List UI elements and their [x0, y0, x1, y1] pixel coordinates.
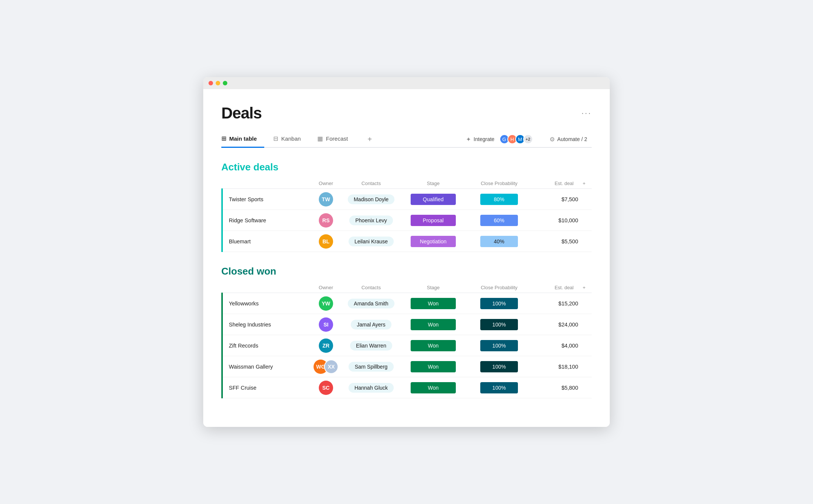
owner-cell: WG XX [311, 356, 341, 377]
contact-cell[interactable]: Jamal Ayers [341, 314, 401, 335]
contact-cell[interactable]: Leilani Krause [341, 231, 401, 252]
contact-tag[interactable]: Sam Spillberg [349, 362, 393, 372]
stage-badge[interactable]: Won [411, 298, 456, 309]
tab-main-table-label: Main table [229, 135, 257, 142]
add-tab-button[interactable]: + [364, 135, 375, 144]
contact-cell[interactable]: Hannah Gluck [341, 377, 401, 398]
cw-col-stage-header: Stage [401, 282, 465, 293]
stage-badge[interactable]: Proposal [411, 215, 456, 226]
stage-cell[interactable]: Won [401, 335, 465, 356]
tab-main-table[interactable]: ⊞ Main table [221, 131, 264, 148]
row-add-col [578, 335, 592, 356]
stage-cell[interactable]: Negotiation [401, 231, 465, 252]
cw-col-probability-header: Close Probability [465, 282, 533, 293]
stage-badge[interactable]: Won [411, 382, 456, 393]
contact-tag[interactable]: Phoenix Levy [349, 216, 393, 225]
est-deal-cell: $10,000 [533, 210, 578, 231]
row-add-col [578, 377, 592, 398]
table-row: Twister Sports TW Madison Doyle Qualifie… [222, 189, 592, 210]
deal-name[interactable]: Waissman Gallery [224, 356, 311, 377]
probability-cell: 100% [465, 356, 533, 377]
tab-forecast[interactable]: ▦ Forecast [317, 131, 355, 148]
contact-cell[interactable]: Phoenix Levy [341, 210, 401, 231]
cw-col-name-header [224, 282, 311, 293]
stage-cell[interactable]: Won [401, 314, 465, 335]
stage-cell[interactable]: Won [401, 377, 465, 398]
contact-tag[interactable]: Leilani Krause [349, 237, 394, 246]
cw-col-contacts-header: Contacts [341, 282, 401, 293]
contact-tag[interactable]: Elian Warren [350, 341, 392, 351]
est-deal-cell: $5,500 [533, 231, 578, 252]
kanban-icon: ⊟ [273, 135, 278, 142]
tab-kanban[interactable]: ⊟ Kanban [273, 131, 308, 148]
cw-add-col-header[interactable]: + [578, 282, 592, 293]
est-deal-cell: $24,000 [533, 314, 578, 335]
probability-badge: 100% [480, 382, 518, 393]
contact-cell[interactable]: Sam Spillberg [341, 356, 401, 377]
probability-badge: 60% [480, 215, 518, 226]
stage-badge[interactable]: Negotiation [411, 236, 456, 247]
titlebar [203, 77, 610, 89]
active-deals-table: Owner Contacts Stage Close Probability E… [221, 178, 592, 252]
automate-button[interactable]: ⚙ Automate / 2 [545, 134, 592, 145]
cw-col-owner-header: Owner [311, 282, 341, 293]
contact-cell[interactable]: Madison Doyle [341, 189, 401, 210]
owner-cell: YW [311, 293, 341, 314]
page-title: Deals [221, 104, 262, 122]
probability-cell: 100% [465, 335, 533, 356]
contact-tag[interactable]: Hannah Gluck [349, 383, 394, 393]
deal-name[interactable]: Twister Sports [224, 189, 311, 210]
probability-badge: 40% [480, 236, 518, 247]
probability-cell: 40% [465, 231, 533, 252]
stage-badge[interactable]: Won [411, 340, 456, 351]
contact-cell[interactable]: Elian Warren [341, 335, 401, 356]
contact-cell[interactable]: Amanda Smith [341, 293, 401, 314]
stage-cell[interactable]: Won [401, 356, 465, 377]
more-options-button[interactable]: ··· [582, 108, 592, 118]
contact-tag[interactable]: Jamal Ayers [351, 320, 391, 329]
closed-won-title: Closed won [221, 266, 592, 277]
maximize-dot[interactable] [223, 81, 227, 85]
probability-badge: 80% [480, 194, 518, 205]
probability-badge: 100% [480, 340, 518, 351]
col-stage-header: Stage [401, 178, 465, 189]
stage-cell[interactable]: Won [401, 293, 465, 314]
active-deals-title: Active deals [221, 161, 592, 173]
probability-cell: 100% [465, 293, 533, 314]
deal-name[interactable]: SFF Cruise [224, 377, 311, 398]
probability-badge: 100% [480, 361, 518, 372]
table-row: Zift Records ZR Elian Warren Won 100% $4… [222, 335, 592, 356]
est-deal-cell: $15,200 [533, 293, 578, 314]
col-estdeal-header: Est. deal [533, 178, 578, 189]
add-col-header[interactable]: + [578, 178, 592, 189]
contact-tag[interactable]: Madison Doyle [348, 194, 395, 204]
integrate-icon: ✦ [466, 136, 471, 143]
probability-cell: 80% [465, 189, 533, 210]
probability-cell: 100% [465, 377, 533, 398]
deal-name[interactable]: Sheleg Industries [224, 314, 311, 335]
contact-tag[interactable]: Amanda Smith [348, 299, 394, 308]
row-add-col [578, 189, 592, 210]
deal-name[interactable]: Ridge Software [224, 210, 311, 231]
deal-name[interactable]: Zift Records [224, 335, 311, 356]
stage-badge[interactable]: Qualified [411, 194, 456, 205]
forecast-icon: ▦ [317, 135, 323, 142]
table-row: Ridge Software RS Phoenix Levy Proposal … [222, 210, 592, 231]
tab-kanban-label: Kanban [281, 135, 301, 142]
deal-name[interactable]: Yellowworks [224, 293, 311, 314]
est-deal-cell: $5,800 [533, 377, 578, 398]
deal-name[interactable]: Bluemart [224, 231, 311, 252]
table-icon: ⊞ [221, 135, 226, 142]
stage-badge[interactable]: Won [411, 361, 456, 372]
table-row: Sheleg Industries SI Jamal Ayers Won 100… [222, 314, 592, 335]
page-header: Deals ··· [221, 104, 592, 122]
stage-cell[interactable]: Proposal [401, 210, 465, 231]
page-content: Deals ··· ⊞ Main table ⊟ Kanban ▦ Foreca… [203, 89, 610, 427]
integrate-button[interactable]: ✦ Integrate G H M +2 [461, 132, 537, 146]
stage-badge[interactable]: Won [411, 319, 456, 330]
row-add-col [578, 210, 592, 231]
stage-cell[interactable]: Qualified [401, 189, 465, 210]
owner-cell: BL [311, 231, 341, 252]
close-dot[interactable] [209, 81, 213, 85]
minimize-dot[interactable] [216, 81, 220, 85]
